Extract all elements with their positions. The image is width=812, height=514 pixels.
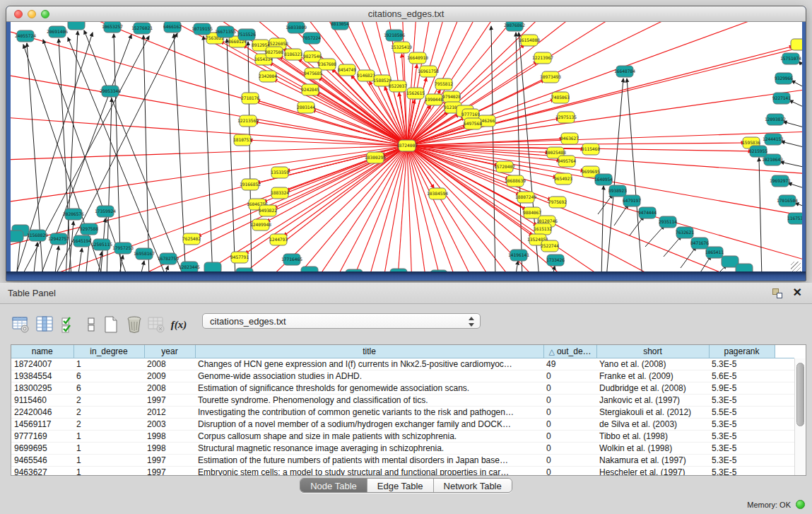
graph-node[interactable]: 16640910 <box>407 52 428 64</box>
graph-node[interactable]: 8471676 <box>690 238 709 249</box>
cell-pagerank[interactable]: 5.3E-5 <box>709 454 775 466</box>
graph-node[interactable]: 9297588 <box>80 223 98 235</box>
graph-node[interactable]: 1990448 <box>425 94 443 105</box>
graph-node[interactable]: 1167533 <box>787 213 802 224</box>
graph-node[interactable]: 9115460 <box>582 144 600 155</box>
graph-node[interactable]: 2935114 <box>659 216 677 228</box>
graph-node[interactable]: 7632621 <box>676 227 694 238</box>
graph-node[interactable]: 8215955 <box>749 146 767 157</box>
cell-title[interactable]: Investigating the contribution of common… <box>195 406 543 418</box>
cell-name[interactable]: 9463627 <box>11 466 73 476</box>
graph-node[interactable]: 10688639 <box>505 175 526 187</box>
graph-node[interactable]: 29053346 <box>100 86 121 97</box>
graph-node[interactable]: 8938923 <box>608 185 627 197</box>
graph-node[interactable]: 15276021 <box>131 23 153 34</box>
column-header-name[interactable]: name <box>11 345 73 358</box>
graph-node[interactable]: 16671355 <box>215 26 236 37</box>
table-select-combo[interactable]: citations_edges.txt <box>202 313 481 329</box>
window-titlebar[interactable]: citations_edges.txt <box>6 6 806 22</box>
resize-grip[interactable] <box>791 262 801 271</box>
function-builder-icon[interactable]: f(x) <box>170 315 188 334</box>
cell-year[interactable]: 1997 <box>144 454 195 466</box>
graph-node[interactable]: 16782759 <box>158 253 179 264</box>
cell-out_degree[interactable]: 49 <box>543 358 596 370</box>
graph-node[interactable]: 9475685 <box>304 68 322 79</box>
table-row[interactable]: 911546021997Tourette syndrome. Phenomeno… <box>11 394 794 406</box>
table-header-row[interactable]: namein_degreeyeartitle△out_de…shortpager… <box>11 345 794 358</box>
graph-node[interactable]: 6466162 <box>163 22 182 33</box>
graph-node[interactable]: 12213569 <box>237 115 259 127</box>
graph-node[interactable]: 12444151 <box>763 134 784 145</box>
graph-node[interactable] <box>430 270 447 273</box>
table-scrollbar-thumb[interactable] <box>796 363 804 426</box>
graph-node[interactable] <box>791 39 802 50</box>
graph-node[interactable]: 16154808 <box>519 35 540 46</box>
graph-node[interactable]: 15325419 <box>391 42 412 53</box>
graph-node[interactable]: 9495764 <box>558 156 576 167</box>
graph-node[interactable]: 1733426 <box>546 255 565 266</box>
cell-short[interactable]: Tibbo et al. (1998) <box>596 430 709 442</box>
cell-short[interactable]: de Silva et al. (2003) <box>596 418 709 430</box>
cell-pagerank[interactable]: 5.6E-5 <box>709 370 775 382</box>
cell-in_degree[interactable]: 1 <box>73 442 144 454</box>
cell-short[interactable]: Yano et al. (2008) <box>596 358 709 370</box>
graph-node[interactable]: 18807249 <box>515 192 536 203</box>
tab-network-table[interactable]: Network Table <box>434 479 512 493</box>
cell-title[interactable]: Corpus callosum shape and size in male p… <box>195 430 543 442</box>
graph-node[interactable]: 16033809 <box>286 22 307 33</box>
cell-short[interactable]: Franke et al. (2009) <box>596 370 709 382</box>
graph-node[interactable]: 7625402 <box>182 233 201 245</box>
graph-node[interactable]: 9242845 <box>301 84 319 95</box>
cell-out_degree[interactable]: 0 <box>543 442 596 454</box>
graph-node[interactable] <box>236 268 253 273</box>
cell-pagerank[interactable]: 5.3E-5 <box>709 418 775 430</box>
graph-node[interactable]: 7485063 <box>551 92 570 103</box>
graph-node[interactable]: 1615132 <box>534 223 552 235</box>
cell-name[interactable]: 9465546 <box>11 454 73 466</box>
table-row[interactable]: 1456911722003Disruption of a novel membe… <box>11 418 794 430</box>
table-options-icon[interactable] <box>11 315 30 334</box>
graph-node[interactable]: 17957253 <box>112 243 134 254</box>
graph-node[interactable]: 12409948 <box>250 219 271 230</box>
graph-node[interactable] <box>11 230 23 242</box>
cell-name[interactable]: 19384554 <box>11 370 73 382</box>
cell-out_degree[interactable]: 0 <box>543 466 596 476</box>
graph-node[interactable]: 1353359 <box>271 167 289 178</box>
graph-node[interactable]: 19166852 <box>240 179 261 190</box>
cell-short[interactable]: Hescheler et al. (1997) <box>596 466 709 476</box>
cell-in_degree[interactable]: 2 <box>73 406 144 418</box>
graph-node[interactable]: 12975135 <box>555 112 577 123</box>
cell-in_degree[interactable]: 1 <box>73 466 144 476</box>
graph-node[interactable]: 12505115 <box>91 239 112 250</box>
cell-short[interactable]: Nakamura et al. (1997) <box>596 454 709 466</box>
delete-icon[interactable] <box>125 315 143 334</box>
cell-pagerank[interactable]: 5.3E-5 <box>709 430 775 442</box>
cell-out_degree[interactable]: 0 <box>543 370 596 382</box>
graph-node[interactable]: 6497568 <box>464 118 482 129</box>
graph-node[interactable]: 8522037 <box>389 81 407 92</box>
graph-node[interactable]: 20206576 <box>63 209 84 220</box>
cell-year[interactable]: 1997 <box>144 466 195 476</box>
graph-node[interactable]: 10973493 <box>540 71 561 83</box>
graph-node[interactable]: 15751074 <box>780 53 801 64</box>
graph-node[interactable]: 17359924 <box>95 206 116 217</box>
cell-in_degree[interactable]: 1 <box>73 430 144 442</box>
graph-node[interactable] <box>68 22 85 30</box>
graph-node[interactable]: 16958167 <box>134 248 155 259</box>
tab-edge-table[interactable]: Edge Table <box>367 479 434 493</box>
cell-out_degree[interactable]: 0 <box>543 454 596 466</box>
graph-node[interactable]: 17716465 <box>281 254 302 265</box>
graph-node[interactable]: 19218506 <box>384 30 405 41</box>
cell-short[interactable]: Wolkin et al. (1998) <box>596 442 709 454</box>
table-row[interactable]: 1938455462009Genome-wide association stu… <box>11 370 794 382</box>
graph-node[interactable]: 9794028 <box>442 91 461 103</box>
cell-pagerank[interactable]: 5.3E-5 <box>709 466 775 476</box>
cell-pagerank[interactable]: 5.9E-5 <box>709 382 775 394</box>
table-row[interactable]: 946554611997Estimation of the future num… <box>11 454 794 466</box>
graph-node[interactable]: 7975692 <box>548 197 567 208</box>
close-panel-icon[interactable]: ✕ <box>793 286 802 299</box>
graph-node[interactable]: 12213967 <box>532 52 553 64</box>
graph-node[interactable]: 2803144 <box>297 102 315 113</box>
graph-node[interactable] <box>346 269 363 273</box>
cell-short[interactable]: Dudbridge et al. (2008) <box>596 382 709 394</box>
